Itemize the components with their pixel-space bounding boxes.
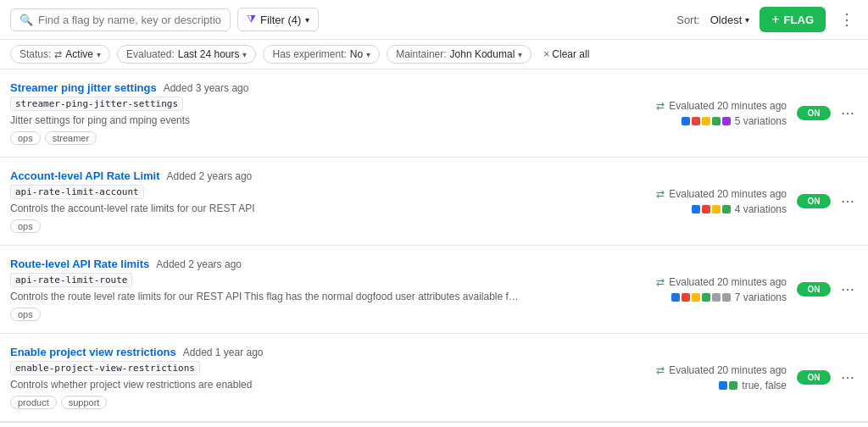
flag-menu-button[interactable]: ⋯ <box>837 368 858 387</box>
flag-description: Controls the route level rate limits for… <box>10 291 519 302</box>
filter-button[interactable]: ⧩ Filter (4) ▾ <box>237 8 319 31</box>
search-icon: 🔍 <box>19 14 33 26</box>
flag-key: streamer-ping-jitter-settings <box>10 97 183 111</box>
variations-row: 7 variations <box>671 291 787 303</box>
variations-count: 5 variations <box>735 115 787 127</box>
flag-meta: ⇄ Evaluated 20 minutes ago true, false <box>617 364 787 391</box>
flag-meta: ⇄ Evaluated 20 minutes ago 4 variations <box>617 188 787 215</box>
flag-toggle[interactable]: ON <box>797 106 831 120</box>
flag-title-link[interactable]: Account-level API Rate Limit <box>10 169 160 182</box>
tag[interactable]: ops <box>10 131 41 145</box>
clear-all-button[interactable]: × Clear all <box>538 46 594 63</box>
toolbar: 🔍 ⧩ Filter (4) ▾ Sort: Oldest ▾ + FLAG ⋮ <box>0 0 868 40</box>
row-actions: ON ⋯ <box>797 368 858 387</box>
maintainer-filter-value: John Kodumal <box>450 48 515 60</box>
search-box[interactable]: 🔍 <box>10 8 231 31</box>
status-filter-label: Status: <box>19 48 51 60</box>
variation-dot <box>671 293 680 302</box>
row-actions: ON ⋯ <box>797 280 858 299</box>
more-options-button[interactable]: ⋮ <box>836 10 858 29</box>
eval-icon: ⇄ <box>656 276 665 288</box>
flag-title-link[interactable]: Enable project view restrictions <box>10 346 176 358</box>
flag-title-row: Streamer ping jitter settings Added 3 ye… <box>10 81 607 94</box>
flag-tags: ops <box>10 308 607 321</box>
flag-row: Route-level API Rate limits Added 2 year… <box>0 246 868 334</box>
flag-menu-button[interactable]: ⋯ <box>837 280 858 299</box>
variation-dot <box>702 293 710 302</box>
variations-count: 7 variations <box>735 291 787 303</box>
status-icon: ⇄ <box>54 49 62 60</box>
tag[interactable]: product <box>10 396 57 409</box>
eval-icon: ⇄ <box>656 100 665 112</box>
filter-label: Filter (4) <box>260 14 301 26</box>
variation-dot <box>719 381 727 390</box>
experiment-filter-chip[interactable]: Has experiment: No ▾ <box>263 45 380 64</box>
flag-meta: ⇄ Evaluated 20 minutes ago 5 variations <box>617 100 787 127</box>
variation-dot <box>712 293 721 302</box>
flag-title-row: Enable project view restrictions Added 1… <box>10 346 607 358</box>
flag-key: api-rate-limit-route <box>10 273 132 287</box>
variation-dot <box>712 117 721 125</box>
search-input[interactable] <box>38 14 221 26</box>
chevron-down-icon: ▾ <box>305 15 309 25</box>
variation-dot <box>692 117 700 125</box>
status-filter-chip[interactable]: Status: ⇄ Active ▾ <box>10 45 110 64</box>
variations-count: 4 variations <box>735 203 787 215</box>
flag-added: Added 1 year ago <box>183 347 264 358</box>
flag-toggle[interactable]: ON <box>797 194 831 208</box>
flag-description: Controls the account-level rate limits f… <box>10 202 519 214</box>
clear-all-label: Clear all <box>552 48 589 60</box>
flag-key: api-rate-limit-account <box>10 185 144 199</box>
flags-list: Streamer ping jitter settings Added 3 ye… <box>0 69 868 422</box>
filter-bar: Status: ⇄ Active ▾ Evaluated: Last 24 ho… <box>0 40 868 69</box>
flag-tags: ops <box>10 219 607 233</box>
flag-menu-button[interactable]: ⋯ <box>837 191 858 211</box>
row-actions: ON ⋯ <box>797 191 858 211</box>
eval-time: Evaluated 20 minutes ago <box>669 364 787 376</box>
evaluated-filter-label: Evaluated: <box>126 48 175 60</box>
flag-menu-button[interactable]: ⋯ <box>837 103 858 123</box>
create-flag-button[interactable]: + FLAG <box>760 7 826 32</box>
variation-dot <box>702 205 710 214</box>
flag-button-label: FLAG <box>784 14 814 26</box>
close-icon: × <box>543 48 549 60</box>
plus-icon: + <box>771 12 779 27</box>
eval-row: ⇄ Evaluated 20 minutes ago <box>656 364 787 376</box>
chevron-down-icon: ▾ <box>97 50 101 59</box>
flag-title-link[interactable]: Streamer ping jitter settings <box>10 81 157 94</box>
variation-dot <box>722 293 731 302</box>
sort-button[interactable]: Oldest ▾ <box>710 14 750 26</box>
evaluated-filter-chip[interactable]: Evaluated: Last 24 hours ▾ <box>117 45 256 64</box>
flag-info: Account-level API Rate Limit Added 2 yea… <box>10 169 607 233</box>
variation-dot <box>712 205 721 214</box>
flag-title-row: Account-level API Rate Limit Added 2 yea… <box>10 169 607 182</box>
eval-icon: ⇄ <box>656 364 665 376</box>
flag-tags: productsupport <box>10 396 607 409</box>
variation-dot <box>692 205 700 214</box>
tag[interactable]: support <box>61 396 108 409</box>
sort-area: Sort: Oldest ▾ + FLAG ⋮ <box>676 7 858 32</box>
flag-row: Streamer ping jitter settings Added 3 ye… <box>0 69 868 158</box>
dots <box>719 381 737 390</box>
row-actions: ON ⋯ <box>797 103 858 123</box>
maintainer-filter-label: Maintainer: <box>396 48 446 60</box>
chevron-down-icon: ▾ <box>242 50 247 59</box>
tag[interactable]: streamer <box>45 131 97 145</box>
flag-info: Enable project view restrictions Added 1… <box>10 346 607 409</box>
flag-title-link[interactable]: Route-level API Rate limits <box>10 258 149 270</box>
flag-added: Added 2 years ago <box>156 258 242 270</box>
eval-row: ⇄ Evaluated 20 minutes ago <box>656 188 787 200</box>
flag-toggle[interactable]: ON <box>797 282 831 297</box>
tag[interactable]: ops <box>10 308 41 321</box>
chevron-down-icon: ▾ <box>518 50 522 59</box>
flag-info: Streamer ping jitter settings Added 3 ye… <box>10 81 607 145</box>
evaluated-filter-value: Last 24 hours <box>178 48 240 60</box>
experiment-filter-label: Has experiment: <box>272 48 346 60</box>
tag[interactable]: ops <box>10 219 41 233</box>
chevron-down-icon: ▾ <box>745 15 749 25</box>
eval-time: Evaluated 20 minutes ago <box>669 276 787 288</box>
maintainer-filter-chip[interactable]: Maintainer: John Kodumal ▾ <box>387 45 531 64</box>
eval-icon: ⇄ <box>656 188 665 200</box>
flag-toggle[interactable]: ON <box>797 370 831 385</box>
variations-row: 4 variations <box>692 203 787 215</box>
